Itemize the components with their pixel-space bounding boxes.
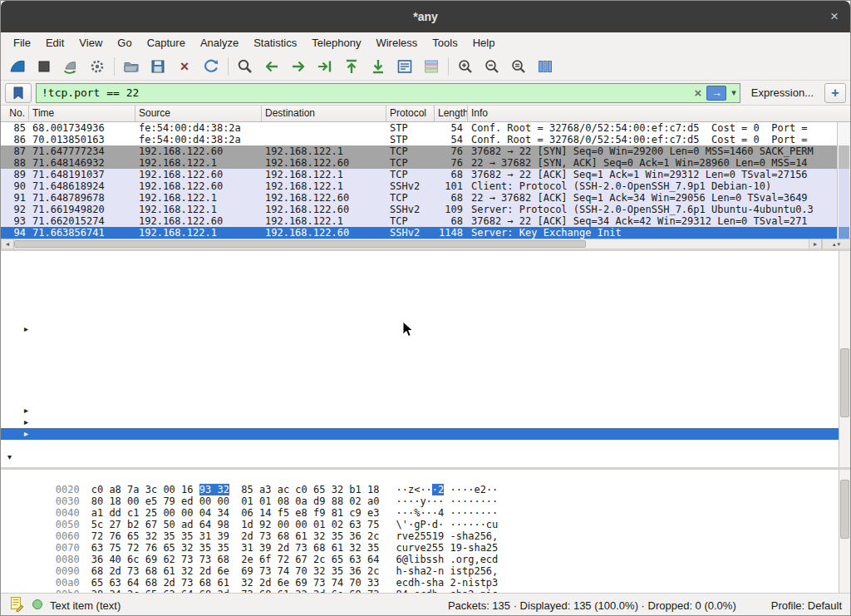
scroll-right-icon[interactable]: ▸ xyxy=(809,239,822,249)
packet-row[interactable]: 87 71.647777234 192.168.122.60 192.168.1… xyxy=(1,145,837,157)
go-last-icon[interactable] xyxy=(365,54,391,79)
reload-icon[interactable] xyxy=(198,54,224,79)
menu-item[interactable]: Capture xyxy=(140,34,193,52)
detail-line[interactable]: [Stream index: 0] xyxy=(1,254,850,265)
scroll-down-icon[interactable]: ▾ xyxy=(838,241,841,248)
detail-line[interactable]: SSH Protocol xyxy=(1,451,850,463)
capture-file-properties-icon[interactable] xyxy=(9,596,25,614)
menu-item[interactable]: Help xyxy=(465,34,503,52)
packet-row[interactable]: 89 71.648191037 192.168.122.60 192.168.1… xyxy=(1,169,837,180)
expander-icon[interactable] xyxy=(24,405,34,416)
column-header-protocol[interactable]: Protocol xyxy=(386,106,435,121)
detail-line[interactable]: [Timestamps] xyxy=(1,428,850,440)
detail-line[interactable]: Checksum: 0x79ed [unverified] xyxy=(1,370,850,382)
filter-clear-icon[interactable]: × xyxy=(695,86,702,100)
detail-line[interactable]: SSH Version 2 (encryption:chacha20-poly1… xyxy=(1,463,850,467)
menu-item[interactable]: Edit xyxy=(38,34,71,52)
column-header-source[interactable]: Source xyxy=(135,106,262,121)
find-packet-icon[interactable] xyxy=(232,54,258,79)
detail-line[interactable]: 1000 .... = Header Length: 32 bytes (8) xyxy=(1,312,850,323)
filter-bookmark-button[interactable] xyxy=(5,83,32,103)
scroll-left-icon[interactable]: ◂ xyxy=(1,239,14,249)
packet-row[interactable]: 85 68.001734936 fe:54:00:d4:38:2a STP 54… xyxy=(1,122,837,134)
packet-row[interactable]: 92 71.661949820 192.168.122.1 192.168.12… xyxy=(1,204,837,215)
restart-capture-icon[interactable] xyxy=(57,54,84,79)
detail-line[interactable]: Flags: 0x018 (PSH, ACK) xyxy=(1,323,850,335)
scroll-corner[interactable]: ▴▾ xyxy=(822,239,850,249)
column-header-no[interactable]: No. xyxy=(1,106,29,121)
add-filter-button[interactable]: + xyxy=(824,83,846,103)
zoom-in-icon[interactable] xyxy=(452,54,479,79)
detail-line[interactable]: Sequence number: 42 (relative sequence n… xyxy=(1,277,850,288)
packet-list-hscrollbar[interactable]: ◂ ▸ ▴▾ xyxy=(1,239,850,249)
expression-button[interactable]: Expression... xyxy=(745,86,820,99)
menu-item[interactable]: Go xyxy=(110,34,139,52)
detail-line[interactable]: [TCP Segment Len: 1080] xyxy=(1,265,850,277)
colorize-icon[interactable] xyxy=(418,54,445,79)
bytes-scrollbar[interactable] xyxy=(839,470,850,593)
filter-dropdown-icon[interactable]: ▾ xyxy=(731,87,736,98)
go-back-icon[interactable] xyxy=(258,54,285,79)
packet-row[interactable]: 91 71.648789678 192.168.122.1 192.168.12… xyxy=(1,192,837,204)
menu-item[interactable]: Statistics xyxy=(246,34,304,52)
display-filter-input[interactable] xyxy=(42,86,690,99)
detail-line[interactable]: [Next sequence number: 1122 (relative se… xyxy=(1,288,850,300)
details-scroll-thumb[interactable] xyxy=(840,348,849,417)
detail-line[interactable]: Window size value: 227 xyxy=(1,335,850,347)
go-first-icon[interactable] xyxy=(338,54,365,79)
column-header-info[interactable]: Info xyxy=(468,106,850,121)
filter-apply-icon[interactable]: → xyxy=(706,86,726,101)
display-filter-box[interactable]: × → ▾ xyxy=(36,83,740,103)
detail-line[interactable]: [Window size scaling factor: 128] xyxy=(1,358,850,370)
start-capture-icon[interactable] xyxy=(4,54,31,79)
packet-list-scrollbar[interactable] xyxy=(837,122,850,239)
expert-info-icon[interactable] xyxy=(32,599,43,613)
packet-row[interactable]: 88 71.648146932 192.168.122.1 192.168.12… xyxy=(1,157,837,169)
close-file-icon[interactable]: × xyxy=(171,54,198,79)
stop-capture-icon[interactable] xyxy=(31,54,57,79)
detail-line[interactable]: [SEQ/ACK analysis] xyxy=(1,416,850,428)
column-header-destination[interactable]: Destination xyxy=(262,106,386,121)
menu-item[interactable]: View xyxy=(71,34,110,52)
column-header-time[interactable]: Time xyxy=(29,106,135,121)
menu-item[interactable]: Telephony xyxy=(304,34,368,52)
packet-row[interactable]: 93 71.662015274 192.168.122.60 192.168.1… xyxy=(1,215,837,227)
hex-row[interactable]: 0020c0 a8 7a 3c 00 16 93 32 85 a3 ac c0 … xyxy=(7,472,850,484)
detail-line[interactable]: [Calculated window size: 29056] xyxy=(1,347,850,358)
zoom-out-icon[interactable] xyxy=(479,54,505,79)
detail-line[interactable]: [Checksum Status: Unverified] xyxy=(1,382,850,393)
expander-icon[interactable] xyxy=(24,428,34,440)
hscroll-track[interactable] xyxy=(14,239,809,249)
detail-line[interactable]: Acknowledgment number: 34 (relative ack … xyxy=(1,300,850,312)
scroll-up-icon[interactable]: ▴ xyxy=(833,241,836,248)
expander-icon[interactable] xyxy=(7,451,17,463)
close-window-icon[interactable]: × xyxy=(830,8,839,25)
menu-item[interactable]: Analyze xyxy=(193,34,246,52)
packet-row[interactable]: 86 70.013850163 fe:54:00:d4:38:2a STP 54… xyxy=(1,134,837,145)
packet-row[interactable]: 94 71.663856741 192.168.122.1 192.168.12… xyxy=(1,227,837,239)
save-file-icon[interactable] xyxy=(145,54,171,79)
bytes-scroll-thumb[interactable] xyxy=(840,480,849,539)
details-scrollbar[interactable] xyxy=(839,251,850,467)
profile-status[interactable]: Profile: Default xyxy=(771,599,842,612)
detail-line[interactable]: Urgent pointer: 0 xyxy=(1,393,850,405)
menu-item[interactable]: Wireless xyxy=(368,34,425,52)
menu-item[interactable]: Tools xyxy=(425,34,465,52)
auto-scroll-icon[interactable] xyxy=(391,54,418,79)
titlebar[interactable]: *any × xyxy=(1,1,850,32)
capture-options-icon[interactable] xyxy=(84,54,111,79)
packet-source: 192.168.122.1 xyxy=(135,192,262,204)
open-file-icon[interactable] xyxy=(118,54,145,79)
detail-line[interactable]: TCP payload (1080 bytes) xyxy=(1,440,850,451)
resize-columns-icon[interactable] xyxy=(532,54,558,79)
expander-icon[interactable] xyxy=(24,323,34,335)
detail-line[interactable]: Options: (12 bytes), No-Operation (NOP),… xyxy=(1,405,850,416)
packet-row[interactable]: 90 71.648618924 192.168.122.60 192.168.1… xyxy=(1,180,837,192)
go-to-packet-icon[interactable] xyxy=(312,54,338,79)
column-header-length[interactable]: Length xyxy=(435,106,468,121)
zoom-original-icon[interactable] xyxy=(505,54,532,79)
hscroll-thumb[interactable] xyxy=(14,240,586,248)
expander-icon[interactable] xyxy=(24,416,34,428)
go-forward-icon[interactable] xyxy=(285,54,312,79)
menu-item[interactable]: File xyxy=(6,34,38,52)
